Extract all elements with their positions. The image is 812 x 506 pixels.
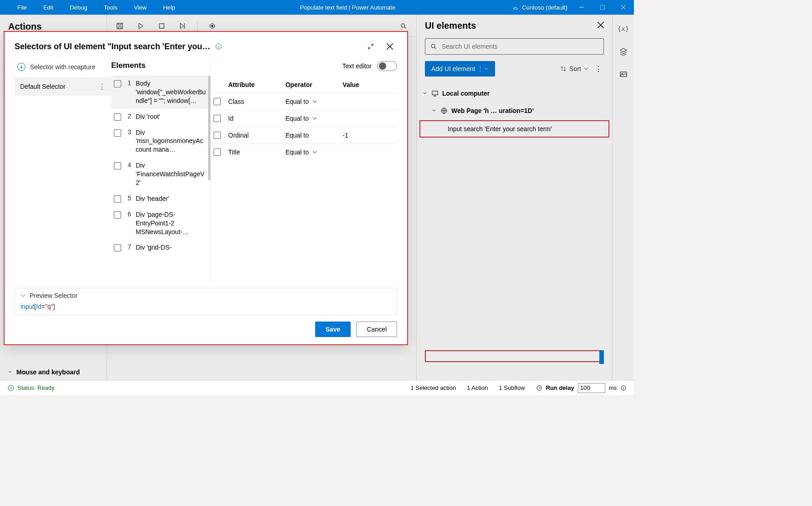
svg-point-11 [8, 385, 14, 391]
attr-value[interactable] [340, 143, 397, 160]
col-attribute: Attribute [225, 77, 283, 93]
status-bar: Status: Ready 1 Selected action 1 Action… [0, 380, 634, 395]
menu-debug[interactable]: Debug [61, 1, 95, 14]
text-editor-label: Text editor [342, 62, 372, 70]
element-index: 4 [126, 161, 131, 169]
chevron-down-icon [20, 293, 26, 298]
element-text: Div 'msn_logomsnmoneyAccount mana… [136, 128, 206, 154]
run-delay-input[interactable] [578, 383, 605, 393]
status-selected-actions: 1 Selected action [410, 384, 456, 391]
status-ready: Status: Ready [7, 384, 55, 392]
attr-checkbox[interactable] [214, 98, 221, 105]
status-actions: 1 Action [467, 384, 488, 391]
attr-checkbox[interactable] [214, 115, 221, 122]
menu-file[interactable]: File [9, 1, 35, 14]
preview-selector-label: Preview Selector [30, 292, 77, 299]
selector-item-label: Default Selector [20, 83, 66, 90]
plus-icon [17, 63, 26, 71]
element-text: Div 'FinanceWatchlistPageV2' [136, 161, 206, 187]
col-operator: Operator [283, 77, 340, 93]
environment-picker[interactable]: Contoso (default) [512, 4, 571, 11]
element-checkbox[interactable] [114, 113, 121, 121]
menu-help[interactable]: Help [155, 1, 184, 14]
element-index: 1 [126, 79, 131, 87]
preview-selector-panel: Preview Selector input[Id="q"] [15, 288, 397, 315]
close-button[interactable] [613, 0, 634, 15]
element-row[interactable]: 7Div 'grid-DS- [111, 240, 210, 256]
attr-name: Id [225, 110, 283, 127]
attr-operator[interactable]: Equal to [283, 110, 340, 127]
attr-checkbox[interactable] [214, 148, 221, 156]
attr-name: Class [225, 93, 283, 110]
attr-name: Ordinal [225, 127, 283, 143]
recapture-label: Selector with recapture [30, 63, 95, 71]
element-text: Div 'grid-DS- [136, 243, 206, 252]
menu-edit[interactable]: Edit [35, 1, 61, 14]
save-button[interactable]: Save [315, 322, 351, 337]
preview-selector-code: input[Id="q"] [20, 303, 391, 310]
col-value: Value [340, 77, 397, 93]
selectors-dialog: Selectors of UI element "Input search 'E… [4, 31, 408, 345]
status-subflows: 1 Subflow [499, 384, 525, 391]
environment-label: Contoso (default) [522, 4, 567, 11]
menu-tools[interactable]: Tools [96, 1, 126, 14]
element-text: Div 'header' [136, 194, 206, 203]
more-icon[interactable]: ⋮ [98, 82, 106, 91]
window-controls [571, 0, 634, 15]
preview-selector-toggle[interactable]: Preview Selector [20, 292, 391, 299]
run-delay-unit: ms [609, 384, 617, 391]
attr-checkbox[interactable] [214, 132, 221, 139]
element-index: 2 [126, 112, 131, 120]
expand-icon[interactable] [363, 39, 378, 54]
element-row[interactable]: 6Div 'page-DS-EntryPoint1-2 MSNewsLayout… [111, 207, 210, 240]
element-checkbox[interactable] [114, 129, 121, 137]
attr-operator[interactable]: Equal to [283, 127, 340, 143]
run-delay-group: Run delay ms [536, 383, 627, 393]
svg-rect-0 [600, 5, 605, 10]
maximize-button[interactable] [592, 0, 613, 15]
selector-with-recapture-button[interactable]: Selector with recapture [15, 59, 111, 75]
element-checkbox[interactable] [114, 162, 121, 169]
minimize-button[interactable] [571, 0, 592, 15]
cancel-button[interactable]: Cancel [356, 322, 397, 337]
element-text: Body 'window["_webWorkerBundle"] = ""; w… [136, 79, 206, 105]
element-index: 6 [126, 210, 131, 218]
title-bar: File Edit Debug Tools View Help Populate… [0, 0, 634, 15]
attr-value[interactable]: -1 [340, 127, 397, 143]
info-icon[interactable] [215, 43, 222, 50]
element-text: Div 'root' [136, 112, 206, 121]
element-checkbox[interactable] [114, 195, 121, 203]
selectors-list-panel: Selector with recapture Default Selector… [15, 59, 111, 283]
text-editor-toggle[interactable] [377, 61, 397, 71]
attr-value[interactable] [340, 110, 397, 127]
main-menu: File Edit Debug Tools View Help [0, 1, 184, 14]
element-row[interactable]: 1Body 'window["_webWorkerBundle"] = ""; … [111, 76, 210, 109]
element-row[interactable]: 4Div 'FinanceWatchlistPageV2' [111, 158, 210, 191]
elements-panel: Elements 1Body 'window["_webWorkerBundle… [111, 59, 210, 283]
app-title: Populate text field | Power Automate [184, 4, 512, 11]
selector-item[interactable]: Default Selector ⋮ [15, 77, 111, 96]
element-checkbox[interactable] [114, 80, 121, 87]
element-checkbox[interactable] [114, 244, 121, 251]
element-text: Div 'page-DS-EntryPoint1-2 MSNewsLayout-… [136, 210, 206, 236]
element-index: 5 [126, 194, 131, 202]
attr-value[interactable] [340, 93, 397, 110]
element-checkbox[interactable] [114, 211, 121, 219]
scrollbar[interactable] [208, 76, 210, 180]
dialog-title: Selectors of UI element "Input search 'E… [15, 42, 210, 51]
clock-icon [536, 385, 542, 391]
attr-operator[interactable]: Equal to [283, 143, 340, 160]
element-index: 3 [126, 128, 131, 136]
element-row[interactable]: 5Div 'header' [111, 191, 210, 207]
attr-operator[interactable]: Equal to [283, 93, 340, 110]
run-delay-label: Run delay [546, 384, 574, 391]
attributes-panel: Text editor Attribute Operator Value Cla… [210, 59, 407, 283]
element-index: 7 [126, 243, 131, 250]
element-row[interactable]: 2Div 'root' [111, 109, 210, 125]
menu-view[interactable]: View [126, 1, 155, 14]
info-icon[interactable] [620, 385, 627, 391]
elements-heading: Elements [111, 61, 146, 70]
element-row[interactable]: 3Div 'msn_logomsnmoneyAccount mana… [111, 125, 210, 158]
attr-name: Title [225, 143, 283, 160]
close-icon[interactable] [383, 39, 397, 54]
